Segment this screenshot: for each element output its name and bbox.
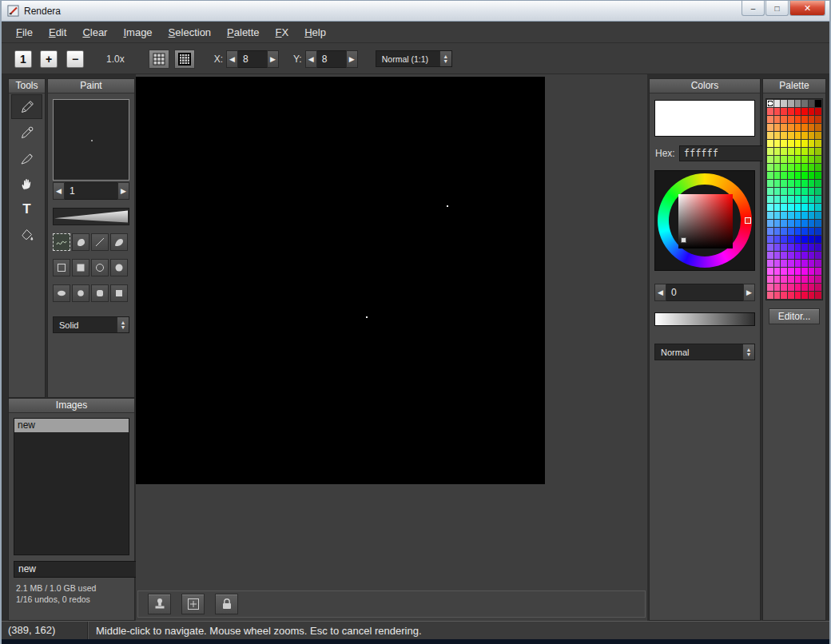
- palette-swatch[interactable]: [788, 260, 794, 267]
- palette-swatch[interactable]: [781, 156, 787, 163]
- palette-swatch[interactable]: [788, 140, 794, 147]
- palette-swatch[interactable]: [781, 164, 787, 171]
- palette-swatch[interactable]: [781, 196, 787, 203]
- palette-swatch[interactable]: [809, 276, 815, 283]
- palette-swatch[interactable]: [795, 124, 801, 131]
- tool-knife-button[interactable]: [11, 145, 42, 170]
- palette-swatch[interactable]: [767, 284, 773, 291]
- palette-swatch[interactable]: [767, 204, 773, 211]
- palette-swatch[interactable]: [815, 132, 821, 139]
- palette-swatch[interactable]: [809, 236, 815, 243]
- stroke-smoothness-slider[interactable]: [53, 208, 129, 225]
- palette-swatch[interactable]: [795, 228, 801, 235]
- palette-swatch[interactable]: [767, 172, 773, 179]
- palette-swatch[interactable]: [801, 188, 808, 195]
- palette-swatch[interactable]: [815, 276, 821, 283]
- menu-selection[interactable]: Selection: [161, 23, 219, 42]
- palette-swatch[interactable]: [788, 244, 794, 251]
- palette-swatch[interactable]: [795, 276, 801, 283]
- palette-swatch[interactable]: [809, 284, 815, 291]
- palette-swatch[interactable]: [781, 260, 787, 267]
- saturation-value-square[interactable]: [678, 194, 733, 248]
- palette-swatch[interactable]: [795, 260, 801, 267]
- palette-swatch[interactable]: [781, 188, 787, 195]
- palette-swatch[interactable]: [781, 140, 787, 147]
- tool-fill-button[interactable]: [11, 222, 42, 247]
- menu-clear[interactable]: Clear: [74, 23, 115, 42]
- palette-swatch[interactable]: [774, 172, 781, 179]
- palette-swatch[interactable]: [801, 196, 808, 203]
- trans-decrement-button[interactable]: ◀: [654, 284, 666, 301]
- grid-button[interactable]: [149, 50, 169, 69]
- palette-swatch[interactable]: [788, 252, 794, 259]
- images-list[interactable]: new: [14, 418, 129, 555]
- palette-swatch[interactable]: [795, 268, 801, 275]
- palette-swatch[interactable]: [781, 172, 787, 179]
- palette-swatch[interactable]: [795, 196, 801, 203]
- brush-size-value[interactable]: 1: [65, 182, 117, 200]
- palette-swatch[interactable]: [795, 188, 801, 195]
- palette-swatch[interactable]: [788, 156, 794, 163]
- edge-square-button[interactable]: [110, 284, 128, 302]
- brush-type-blob-button[interactable]: [110, 233, 128, 251]
- palette-swatch[interactable]: [767, 156, 773, 163]
- palette-swatch[interactable]: [767, 132, 773, 139]
- palette-swatch[interactable]: [767, 220, 773, 227]
- shape-square-outline-button[interactable]: [53, 259, 70, 276]
- tool-text-button[interactable]: T: [11, 197, 42, 221]
- color-wheel[interactable]: [654, 170, 755, 271]
- palette-swatch[interactable]: [781, 236, 787, 243]
- palette-swatch[interactable]: [767, 212, 773, 219]
- zoom-in-button[interactable]: +: [40, 50, 58, 68]
- palette-swatch[interactable]: [801, 148, 808, 155]
- palette-swatch[interactable]: [795, 252, 801, 259]
- palette-swatch[interactable]: [815, 100, 821, 107]
- palette-swatch[interactable]: [815, 220, 821, 227]
- brush-size-increment-button[interactable]: ▶: [117, 182, 129, 200]
- palette-swatch[interactable]: [801, 284, 808, 291]
- palette-swatch[interactable]: [788, 164, 794, 171]
- menu-fx[interactable]: FX: [268, 23, 297, 42]
- palette-swatch[interactable]: [774, 212, 781, 219]
- palette-swatch[interactable]: [774, 196, 781, 203]
- palette-swatch[interactable]: [781, 116, 787, 123]
- palette-swatch[interactable]: [815, 116, 821, 123]
- palette-swatch[interactable]: [788, 212, 794, 219]
- canvas[interactable]: [136, 77, 545, 484]
- palette-swatch[interactable]: [795, 132, 801, 139]
- palette-swatch[interactable]: [795, 220, 801, 227]
- palette-swatch[interactable]: [801, 164, 808, 171]
- palette-swatch[interactable]: [815, 228, 821, 235]
- shape-circle-outline-button[interactable]: [91, 259, 109, 276]
- grid-snap-button[interactable]: [174, 50, 195, 69]
- palette-swatch[interactable]: [801, 292, 808, 299]
- close-button[interactable]: ✕: [789, 1, 825, 16]
- palette-swatch[interactable]: [795, 116, 801, 123]
- palette-swatch[interactable]: [809, 244, 815, 251]
- palette-swatch[interactable]: [774, 164, 781, 171]
- palette-swatch[interactable]: [781, 228, 787, 235]
- blend-mode-stepper[interactable]: ▲ ▼: [742, 344, 754, 360]
- palette-swatch[interactable]: [795, 180, 801, 187]
- palette-swatch[interactable]: [767, 108, 773, 115]
- palette-swatch[interactable]: [788, 100, 794, 107]
- palette-swatch[interactable]: [815, 140, 821, 147]
- blend-mode-dropdown[interactable]: Normal ▲ ▼: [654, 344, 755, 360]
- palette-swatch[interactable]: [801, 116, 808, 123]
- lock-button[interactable]: [215, 594, 238, 614]
- palette-swatch[interactable]: [795, 204, 801, 211]
- palette-swatch[interactable]: [781, 204, 787, 211]
- palette-swatch[interactable]: [774, 188, 781, 195]
- shape-circle-filled-button[interactable]: [110, 259, 128, 276]
- palette-swatch[interactable]: [815, 188, 821, 195]
- palette-swatch[interactable]: [774, 100, 781, 107]
- palette-swatch[interactable]: [767, 140, 773, 147]
- palette-swatch[interactable]: [809, 124, 815, 131]
- palette-swatch[interactable]: [809, 204, 815, 211]
- palette-swatch[interactable]: [788, 180, 794, 187]
- palette-swatch[interactable]: [774, 292, 781, 299]
- palette-swatch[interactable]: [809, 156, 815, 163]
- palette-swatch[interactable]: [767, 164, 773, 171]
- palette-swatch[interactable]: [774, 260, 781, 267]
- palette-swatch[interactable]: [809, 140, 815, 147]
